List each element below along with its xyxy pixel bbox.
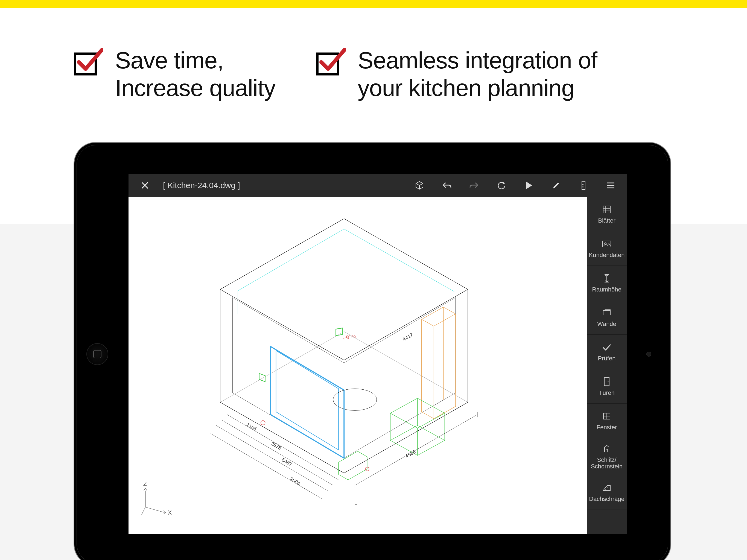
tool-blatter-icon — [601, 204, 612, 215]
svg-text:X: X — [168, 509, 172, 516]
tool-fenster-label: Fenster — [597, 424, 617, 431]
tool-tueren-label: Türen — [599, 390, 614, 396]
svg-rect-16 — [602, 241, 611, 247]
tool-tueren-icon — [601, 377, 612, 387]
feature-1-text: Save time, Increase quality — [115, 47, 275, 102]
tool-schlitz-icon — [601, 443, 612, 454]
svg-rect-15 — [603, 206, 610, 213]
redo-icon[interactable] — [467, 178, 481, 193]
feature-1: Save time, Increase quality — [74, 47, 275, 102]
tool-schlitz-label: Schlitz/ Schornstein — [591, 457, 623, 470]
svg-text:5487: 5487 — [281, 457, 293, 467]
tool-pruefen-icon — [601, 342, 612, 353]
tool-dachschraege-icon — [601, 483, 612, 493]
tablet-frame: [ Kitchen-24.04.dwg ] — [74, 142, 671, 560]
app-toolbar: [ Kitchen-24.04.dwg ] — [129, 174, 627, 197]
tool-raumhoehe[interactable]: Raumhöhe — [587, 266, 627, 300]
tool-blatter-label: Blätter — [598, 218, 616, 224]
close-icon[interactable] — [138, 178, 152, 193]
tablet-home-button[interactable] — [86, 343, 108, 365]
filename-label: [ Kitchen-24.04.dwg ] — [163, 181, 240, 190]
tool-dachschraege[interactable]: Dachschräge — [587, 475, 627, 509]
tool-blatter[interactable]: Blätter — [587, 197, 627, 231]
checkmark-icon — [316, 49, 343, 75]
svg-point-3 — [261, 421, 265, 425]
tool-kundendaten-icon — [601, 239, 612, 249]
tool-waende-label: Wände — [597, 321, 616, 327]
tool-pruefen-label: Prüfen — [598, 355, 616, 362]
tool-raumhoehe-label: Raumhöhe — [592, 286, 621, 293]
tool-pruefen[interactable]: Prüfen — [587, 335, 627, 369]
tool-schlitz[interactable]: Schlitz/ Schornstein — [587, 438, 627, 475]
app-screen: [ Kitchen-24.04.dwg ] — [129, 174, 627, 534]
play-icon[interactable] — [522, 178, 536, 193]
svg-text:1105: 1105 — [246, 422, 258, 432]
cube-icon[interactable] — [412, 178, 427, 193]
tool-waende-icon — [601, 308, 612, 318]
menu-icon[interactable] — [604, 178, 618, 193]
svg-point-5 — [333, 389, 377, 411]
right-tools-panel: BlätterKundendatenRaumhöheWändePrüfenTür… — [587, 197, 627, 534]
tool-dachschraege-label: Dachschräge — [589, 496, 624, 502]
tool-tueren[interactable]: Türen — [587, 369, 627, 404]
svg-text:100.00: 100.00 — [344, 335, 356, 339]
tool-kundendaten[interactable]: Kundendaten — [587, 231, 627, 266]
yellow-accent-bar — [0, 0, 747, 8]
undo-icon[interactable] — [440, 178, 454, 193]
svg-text:Z: Z — [143, 480, 147, 487]
tool-fenster[interactable]: Fenster — [587, 404, 627, 438]
svg-text:4417: 4417 — [402, 332, 414, 342]
tool-fenster-icon — [601, 411, 612, 422]
tool-raumhoehe-icon — [601, 273, 612, 284]
svg-rect-2 — [259, 374, 265, 382]
ruler-icon[interactable] — [576, 178, 591, 193]
drawing-canvas[interactable]: 1105 2578 5487 2004 4536 4417 100.00 — [129, 197, 587, 534]
refresh-icon[interactable] — [494, 178, 509, 193]
pencil-icon[interactable] — [549, 178, 563, 193]
checkmark-icon — [74, 49, 100, 75]
svg-text:4536: 4536 — [404, 449, 417, 459]
feature-2: Seamless integration of your kitchen pla… — [316, 47, 597, 102]
tool-kundendaten-label: Kundendaten — [589, 252, 625, 258]
feature-2-text: Seamless integration of your kitchen pla… — [358, 47, 597, 102]
svg-text:2004: 2004 — [289, 476, 301, 486]
tool-waende[interactable]: Wände — [587, 300, 627, 335]
tablet-camera — [646, 352, 651, 357]
svg-rect-0 — [582, 181, 585, 189]
svg-point-19 — [608, 381, 609, 382]
